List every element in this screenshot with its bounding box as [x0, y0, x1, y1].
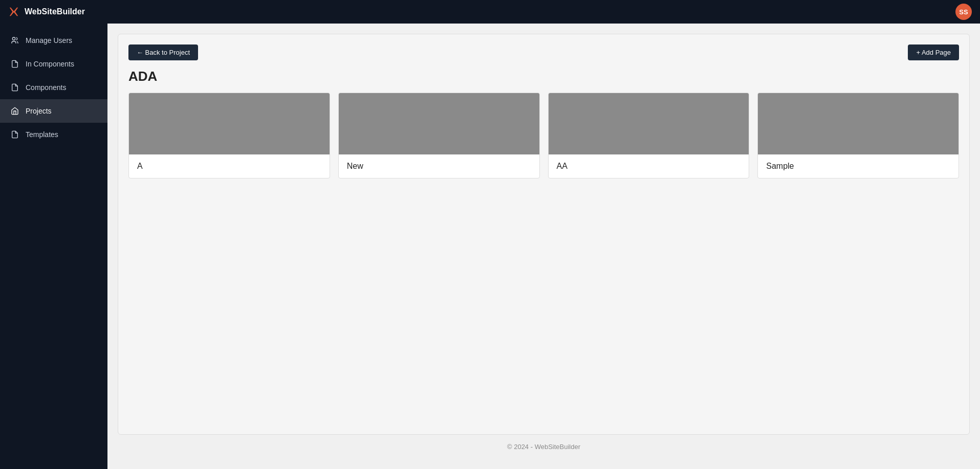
sidebar: Manage Users In Components Components	[0, 24, 107, 469]
sidebar-item-projects[interactable]: Projects	[0, 99, 107, 123]
page-thumbnail-sample	[758, 93, 959, 154]
page-card-aa[interactable]: AA	[548, 93, 750, 178]
project-title: ADA	[128, 69, 959, 84]
page-thumbnail-a	[129, 93, 330, 154]
sidebar-label-projects: Projects	[26, 107, 52, 115]
page-card-sample[interactable]: Sample	[757, 93, 959, 178]
content-card: ← Back to Project + Add Page ADA A New A…	[118, 34, 970, 435]
card-header: ← Back to Project + Add Page	[128, 44, 959, 60]
pages-grid: A New AA Sample	[128, 93, 959, 178]
sidebar-item-in-components[interactable]: In Components	[0, 52, 107, 76]
document-icon-3	[10, 130, 19, 139]
page-name-new: New	[339, 154, 539, 178]
page-card-a[interactable]: A	[128, 93, 330, 178]
page-name-a: A	[129, 154, 330, 178]
page-name-aa: AA	[549, 154, 749, 178]
sidebar-item-components[interactable]: Components	[0, 76, 107, 99]
back-to-project-button[interactable]: ← Back to Project	[128, 44, 198, 60]
page-name-sample: Sample	[758, 154, 959, 178]
users-icon	[10, 36, 19, 45]
svg-point-0	[12, 37, 15, 40]
sidebar-item-manage-users[interactable]: Manage Users	[0, 29, 107, 52]
main-content: ← Back to Project + Add Page ADA A New A…	[107, 24, 980, 469]
brand: WebSiteBuilder	[8, 6, 85, 17]
sidebar-label-templates: Templates	[26, 130, 58, 139]
add-page-button[interactable]: + Add Page	[908, 44, 959, 60]
user-avatar[interactable]: SS	[955, 4, 972, 20]
footer: © 2024 - WebSiteBuilder	[118, 435, 970, 459]
document-icon-1	[10, 59, 19, 69]
brand-icon	[8, 6, 19, 17]
document-icon-2	[10, 83, 19, 92]
layout: Manage Users In Components Components	[0, 24, 980, 469]
home-icon	[10, 106, 19, 116]
sidebar-label-manage-users: Manage Users	[26, 36, 72, 44]
topbar: WebSiteBuilder SS	[0, 0, 980, 24]
page-card-new[interactable]: New	[338, 93, 540, 178]
sidebar-label-components: Components	[26, 83, 66, 92]
page-thumbnail-aa	[549, 93, 749, 154]
brand-title: WebSiteBuilder	[25, 7, 85, 16]
sidebar-item-templates[interactable]: Templates	[0, 123, 107, 146]
sidebar-label-in-components: In Components	[26, 60, 74, 68]
page-thumbnail-new	[339, 93, 539, 154]
footer-text: © 2024 - WebSiteBuilder	[507, 443, 580, 451]
